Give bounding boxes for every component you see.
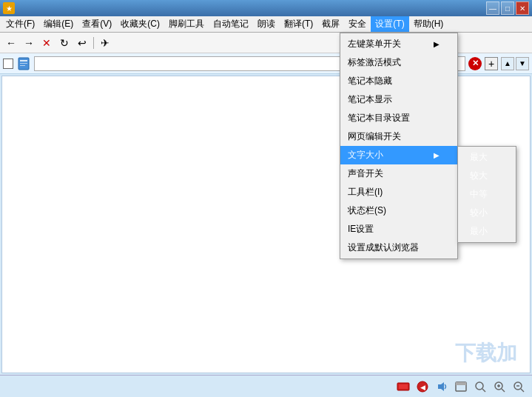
settings-font-size[interactable]: 文字大小 ▶ 最大 较大 中等 较小 最小: [340, 146, 457, 164]
status-icon-red-circle[interactable]: ◀: [415, 379, 430, 394]
font-size-larger[interactable]: 较大: [458, 167, 516, 185]
settings-ie[interactable]: IE设置: [340, 220, 457, 238]
menu-capture[interactable]: 截屏: [317, 16, 344, 32]
svg-rect-10: [456, 382, 466, 385]
svg-point-11: [476, 382, 483, 390]
svg-rect-1: [20, 60, 27, 61]
svg-rect-2: [20, 63, 27, 64]
addr-right-controls: ▲ ▼: [501, 57, 529, 70]
menu-read[interactable]: 朗读: [253, 16, 280, 32]
toolbar-separator: [93, 37, 94, 49]
font-size-largest[interactable]: 最大: [458, 148, 516, 167]
settings-set-default[interactable]: 设置成默认浏览器: [340, 238, 457, 257]
menu-settings[interactable]: 设置(T): [371, 16, 408, 32]
title-bar-controls: — □ ✕: [486, 1, 529, 15]
svg-marker-8: [438, 382, 444, 391]
title-bar: ★ — □ ✕: [0, 0, 532, 16]
status-icon-zoom-in[interactable]: [492, 379, 507, 394]
menu-notes[interactable]: 自动笔记: [209, 16, 253, 32]
svg-line-12: [482, 389, 485, 392]
app-icon: ★: [3, 2, 15, 14]
menu-file[interactable]: 文件(F): [1, 16, 39, 32]
menu-translate[interactable]: 翻译(T): [280, 16, 317, 32]
menu-edit[interactable]: 编辑(E): [39, 16, 78, 32]
font-size-smallest[interactable]: 最小: [458, 222, 516, 241]
title-bar-left: ★: [3, 2, 15, 14]
close-button[interactable]: ✕: [516, 1, 529, 15]
svg-line-18: [521, 389, 524, 392]
refresh-button[interactable]: ↻: [56, 35, 73, 51]
add-button[interactable]: +: [485, 57, 498, 70]
font-size-submenu: 最大 较大 中等 较小 最小: [457, 146, 516, 243]
svg-rect-5: [399, 384, 408, 389]
settings-tab-mode[interactable]: 标签激活模式: [340, 53, 457, 72]
settings-toolbar[interactable]: 工具栏(I): [340, 183, 457, 201]
settings-notebook-dir[interactable]: 笔记本目录设置: [340, 109, 457, 127]
minimize-button[interactable]: —: [486, 1, 499, 15]
svg-line-14: [502, 389, 505, 392]
settings-left-menu-toggle[interactable]: 左键菜单开关 ▶: [340, 35, 457, 53]
status-bar: ◀: [0, 375, 532, 397]
maximize-button[interactable]: □: [501, 1, 514, 15]
addr-checkbox[interactable]: [3, 59, 13, 69]
settings-sound[interactable]: 声音开关: [340, 164, 457, 183]
right-arrow-icon: ▶: [434, 40, 440, 48]
settings-menu: 左键菜单开关 ▶ 标签激活模式 笔记本隐藏 笔记本显示 笔记本目录设置 网页编辑…: [340, 33, 458, 259]
status-icon-window[interactable]: [454, 379, 468, 394]
font-size-smaller[interactable]: 较小: [458, 204, 516, 222]
svg-text:◀: ◀: [420, 384, 425, 391]
menu-view[interactable]: 查看(V): [78, 16, 116, 32]
menu-tools[interactable]: 脚刷工具: [164, 16, 209, 32]
forward-button[interactable]: →: [21, 35, 37, 51]
menu-favorites[interactable]: 收藏夹(C): [116, 16, 164, 32]
settings-statusbar[interactable]: 状态栏(S): [340, 201, 457, 220]
stop-button[interactable]: ✕: [38, 35, 55, 51]
font-size-medium[interactable]: 中等: [458, 185, 516, 204]
svg-rect-3: [20, 65, 25, 66]
submenu-arrow-icon: ▶: [434, 151, 440, 159]
undo-button[interactable]: ↩: [74, 35, 90, 51]
settings-notebook-hide[interactable]: 笔记本隐藏: [340, 72, 457, 90]
addr-page-icon: [16, 56, 31, 71]
back-button[interactable]: ←: [3, 35, 19, 51]
settings-web-edit[interactable]: 网页编辑开关: [340, 127, 457, 146]
status-icon-volume[interactable]: [434, 379, 449, 394]
menu-help[interactable]: 帮助(H): [409, 16, 448, 32]
status-icon-red[interactable]: [396, 379, 411, 394]
addr-down-arrow[interactable]: ▼: [516, 57, 529, 70]
status-icon-zoom-out[interactable]: [511, 379, 526, 394]
menu-bar: 文件(F) 编辑(E) 查看(V) 收藏夹(C) 脚刷工具 自动笔记 朗读 翻译…: [0, 16, 532, 33]
fly-button[interactable]: ✈: [97, 35, 113, 51]
addr-up-arrow[interactable]: ▲: [501, 57, 514, 70]
settings-notebook-show[interactable]: 笔记本显示: [340, 90, 457, 109]
clear-button[interactable]: ✕: [468, 57, 482, 70]
status-icon-search[interactable]: [473, 379, 488, 394]
menu-security[interactable]: 安全: [344, 16, 371, 32]
